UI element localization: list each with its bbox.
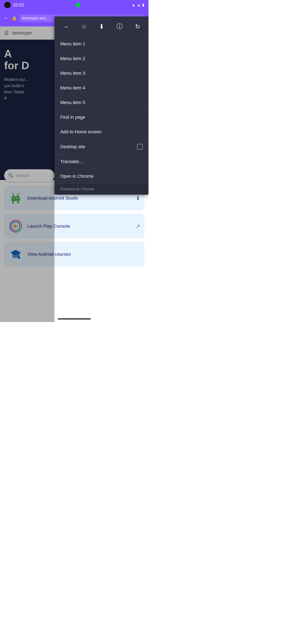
signal-icon: ▲ [137, 3, 141, 7]
forward-icon[interactable]: → [61, 22, 70, 32]
context-menu: → ☆ ⬇ ⓘ ↻ Menu item 1 Menu item 2 Menu i… [54, 16, 148, 195]
battery-icon: ▮ [142, 3, 144, 7]
info-icon[interactable]: ⓘ [115, 21, 124, 32]
menu-item-4[interactable]: Menu item 4 [54, 81, 148, 95]
status-circle [4, 2, 11, 8]
status-bar-left: 10:52 [4, 2, 24, 8]
lock-icon: 🔒 [11, 16, 17, 21]
open-in-chrome-item[interactable]: Open in Chrome [54, 169, 148, 184]
desktop-site-item[interactable]: Desktop site [54, 139, 148, 154]
status-dot [75, 2, 80, 8]
menu-item-2[interactable]: Menu item 2 [54, 52, 148, 66]
menu-toolbar: → ☆ ⬇ ⓘ ↻ [54, 16, 148, 37]
back-button[interactable]: ← [3, 15, 9, 22]
refresh-icon[interactable]: ↻ [133, 21, 142, 32]
find-in-page-item[interactable]: Find in page [54, 110, 148, 125]
download-action-icon: ⬇ [135, 195, 140, 202]
status-time: 10:52 [13, 2, 24, 8]
translate-item[interactable]: Translate… [54, 154, 148, 169]
desktop-site-checkbox[interactable] [137, 144, 143, 150]
add-to-home-screen-item[interactable]: Add to Home screen [54, 125, 148, 139]
page-overlay [0, 26, 54, 322]
external-link-icon: ↗ [135, 223, 140, 230]
home-indicator [58, 318, 91, 320]
status-bar: 10:52 ▲ ▲ ▮ [0, 0, 148, 10]
wifi-icon: ▲ [132, 3, 135, 7]
bookmark-icon[interactable]: ☆ [80, 21, 88, 32]
menu-item-3[interactable]: Menu item 3 [54, 66, 148, 81]
menu-item-5[interactable]: Menu item 5 [54, 95, 148, 110]
powered-by-label: Powered by Chrome [54, 184, 148, 195]
download-icon[interactable]: ⬇ [97, 21, 106, 32]
status-bar-center [75, 2, 80, 8]
status-bar-right: ▲ ▲ ▮ [132, 3, 144, 7]
menu-item-1[interactable]: Menu item 1 [54, 37, 148, 52]
